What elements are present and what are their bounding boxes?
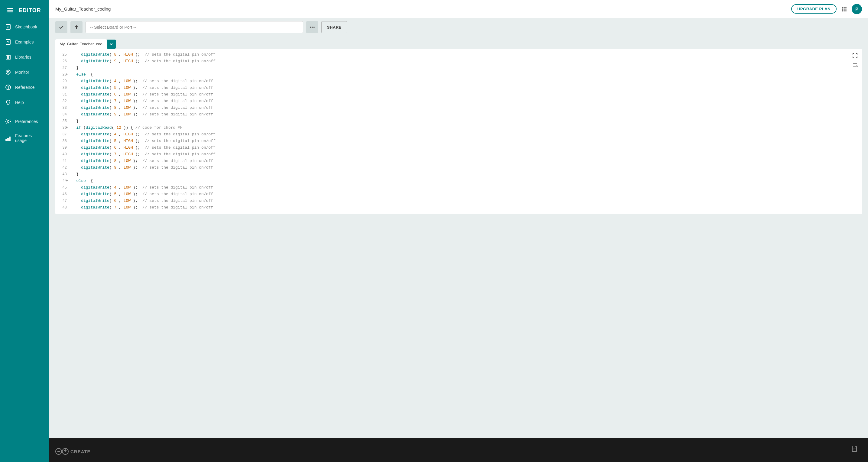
code-token: // sets the digital pin on/off [142, 198, 213, 203]
line-number: 46 [55, 191, 70, 197]
sidebar-item-reference[interactable]: ? Reference [0, 80, 49, 95]
svg-point-22 [842, 7, 843, 8]
arduino-create-logo: CREATE [55, 447, 91, 456]
code-line: 45 digitalWrite( 4 , LOW ); // sets the … [55, 185, 862, 191]
svg-point-11 [6, 70, 10, 74]
code-token: ); [130, 86, 142, 90]
topbar-right: UPGRADE PLAN P [791, 4, 862, 14]
code-token: // sets the digital pin on/off [142, 105, 213, 110]
code-token: LOW [124, 86, 130, 90]
line-content: digitalWrite( 7 , LOW ); // sets the dig… [70, 205, 213, 211]
code-line: 41 digitalWrite( 8 , LOW ); // sets the … [55, 158, 862, 165]
upgrade-plan-button[interactable]: UPGRADE PLAN [791, 4, 837, 13]
line-content: digitalWrite( 7 , LOW ); // sets the dig… [70, 98, 213, 104]
line-number: 30 [55, 85, 70, 91]
code-token [72, 198, 81, 203]
code-line: 26 digitalWrite( 9 , HIGH ); // sets the… [55, 58, 862, 65]
code-token: LOW [124, 192, 130, 196]
code-line: 31 digitalWrite( 6 , LOW ); // sets the … [55, 92, 862, 98]
code-token: // sets the digital pin on/off [142, 99, 213, 103]
sidebar-item-preferences[interactable]: Preferences [0, 114, 49, 129]
apps-grid-icon[interactable] [841, 6, 847, 12]
fold-arrow-icon[interactable]: ▼ [66, 126, 68, 130]
code-editor[interactable]: 25 digitalWrite( 8 , HIGH ); // sets the… [55, 49, 862, 214]
tab-dropdown-button[interactable] [107, 39, 116, 49]
code-line: 38 digitalWrite( 5 , HIGH ); // sets the… [55, 138, 862, 145]
sketchbook-label: Sketchbook [15, 25, 37, 29]
code-token: ); [130, 92, 142, 97]
user-avatar[interactable]: P [852, 4, 862, 14]
sidebar-item-examples[interactable]: Examples [0, 34, 49, 50]
expand-editor-button[interactable] [851, 52, 859, 60]
upload-button[interactable] [70, 21, 83, 33]
libraries-icon [5, 54, 11, 60]
code-token: { [86, 72, 93, 77]
code-token: ); [130, 105, 142, 110]
code-token: digitalWrite [81, 92, 110, 97]
code-token: digitalWrite [81, 59, 110, 63]
line-content: } [70, 118, 79, 124]
code-token: digitalWrite [81, 139, 110, 143]
editor-controls [851, 52, 859, 69]
code-line: 30 digitalWrite( 5 , LOW ); // sets the … [55, 85, 862, 92]
code-token [72, 72, 76, 77]
code-token: , [116, 165, 123, 170]
code-token: // sets the digital pin on/off [142, 185, 213, 190]
code-line: 39 digitalWrite( 6 , HIGH ); // sets the… [55, 145, 862, 151]
code-token: , [116, 152, 123, 156]
verify-button[interactable] [55, 21, 67, 33]
code-token: LOW [124, 92, 130, 97]
code-token: ( [110, 159, 114, 163]
line-number: 48 [55, 205, 70, 211]
libraries-label: Libraries [15, 55, 31, 60]
code-token [72, 145, 81, 150]
code-token: // sets the digital pin on/off [142, 92, 213, 97]
line-number: 38 [55, 138, 70, 144]
fold-arrow-icon[interactable]: ▼ [66, 179, 68, 183]
code-token: , [116, 112, 123, 117]
line-number: 27 [55, 65, 70, 71]
sidebar: EDITOR Sketchbook Examples [0, 0, 49, 462]
code-token: ); [130, 192, 142, 196]
code-token [72, 79, 81, 83]
tab-label: My_Guitar_Teacher_coo [60, 42, 102, 46]
code-token: digitalWrite [81, 198, 110, 203]
code-token: } [72, 172, 79, 177]
code-line: 48 digitalWrite( 7 , LOW ); // sets the … [55, 205, 862, 211]
board-port-select[interactable] [86, 21, 303, 33]
code-token: ); [130, 165, 142, 170]
sidebar-item-libraries[interactable]: Libraries [0, 50, 49, 65]
features-icon [5, 135, 11, 142]
code-token: 12 [116, 125, 121, 130]
sidebar-item-features[interactable]: Features usage [0, 129, 49, 147]
code-line: 34 digitalWrite( 9 , LOW ); // sets the … [55, 112, 862, 118]
fold-arrow-icon[interactable]: ▼ [66, 72, 68, 77]
code-token: digitalRead [86, 125, 112, 130]
code-token [72, 112, 81, 117]
format-button[interactable] [851, 61, 859, 69]
editor-collapse-icon[interactable] [5, 7, 16, 14]
code-token: // sets the digital pin on/off [145, 145, 216, 150]
line-content: digitalWrite( 4 , LOW ); // sets the dig… [70, 78, 213, 85]
code-tab[interactable]: My_Guitar_Teacher_coo [55, 39, 107, 49]
code-token: LOW [124, 205, 130, 210]
code-line: 33 digitalWrite( 8 , LOW ); // sets the … [55, 105, 862, 112]
code-token: HIGH [124, 52, 133, 57]
code-token: else [76, 72, 86, 77]
code-token: // sets the digital pin on/off [145, 52, 216, 57]
sidebar-logo: EDITOR [0, 0, 49, 19]
code-token [72, 192, 81, 196]
code-token: LOW [124, 105, 130, 110]
code-token: ( [110, 105, 114, 110]
line-content: digitalWrite( 5 , LOW ); // sets the dig… [70, 85, 213, 91]
sidebar-item-sketchbook[interactable]: Sketchbook [0, 19, 49, 34]
svg-rect-2 [7, 11, 13, 12]
code-token: LOW [124, 185, 130, 190]
code-token: ); [130, 159, 142, 163]
share-button[interactable]: SHARE [321, 21, 347, 33]
sidebar-item-help[interactable]: Help [0, 95, 49, 110]
more-options-button[interactable] [306, 21, 318, 33]
line-content: digitalWrite( 4 , HIGH ); // sets the di… [70, 131, 216, 138]
sidebar-item-monitor[interactable]: Monitor [0, 65, 49, 80]
code-token [72, 132, 81, 136]
